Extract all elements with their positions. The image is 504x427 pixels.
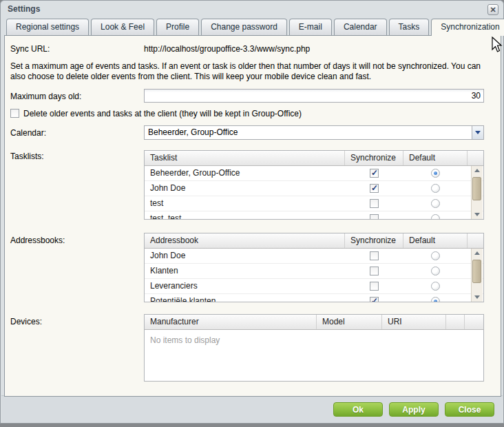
tasklist-name: Beheerder, Group-Office: [145, 166, 345, 180]
devices-grid-header: Manufacturer Model URI: [145, 315, 483, 330]
column-header-spacer: [465, 315, 483, 329]
ok-button[interactable]: Ok: [333, 402, 383, 417]
addressbooks-grid: Addressbook Synchronize Default John Doe…: [144, 233, 484, 302]
tab[interactable]: Tasks: [389, 19, 430, 35]
addressbook-row[interactable]: Potentiële klanten: [145, 294, 483, 302]
scrollbar-thumb[interactable]: [472, 260, 481, 283]
calendar-combobox[interactable]: Beheerder, Group-Office: [144, 125, 484, 140]
tasklist-row[interactable]: John Doe: [145, 181, 483, 196]
addressbooks-grid-header: Addressbook Synchronize Default: [145, 233, 483, 249]
devices-empty-text: No items to display: [150, 335, 220, 345]
column-header-spacer: [468, 233, 483, 248]
tasklist-row[interactable]: test_test: [145, 211, 483, 219]
scrollbar-thumb[interactable]: [472, 177, 481, 200]
column-header-uri[interactable]: URI: [382, 315, 446, 329]
addressbook-name: Potentiële klanten: [145, 294, 345, 302]
max-days-input[interactable]: [144, 89, 484, 103]
addressbook-row[interactable]: Klanten: [145, 264, 483, 279]
column-header-model[interactable]: Model: [317, 315, 382, 329]
column-header-tasklist[interactable]: Tasklist: [145, 151, 345, 165]
settings-tabbar: Regional settingsLook & FeelProfileChang…: [6, 19, 504, 36]
description-text: Set a maximum age of events and tasks. I…: [10, 61, 496, 82]
tasklists-grid-body: Beheerder, Group-Office John Doe test te…: [145, 166, 483, 219]
default-radio[interactable]: [431, 214, 440, 219]
close-button[interactable]: Close: [445, 402, 494, 417]
sync-url-label: Sync URL:: [10, 44, 50, 54]
synchronize-checkbox[interactable]: [370, 267, 379, 275]
column-header-default[interactable]: Default: [403, 151, 468, 165]
tab[interactable]: Profile: [156, 19, 199, 35]
default-radio[interactable]: [431, 267, 440, 275]
screen: { "window": { "title": "Settings" }, "ta…: [0, 0, 504, 427]
delete-older-label: Delete older events and tasks at the cli…: [23, 109, 302, 118]
devices-label: Devices:: [10, 317, 42, 326]
sync-url-value: http://localhost/groupoffice-3.3/www/syn…: [144, 44, 310, 54]
synchronize-checkbox[interactable]: [370, 297, 379, 302]
tasklist-name: test_test: [145, 211, 345, 219]
dialog-close-button[interactable]: [487, 4, 498, 15]
column-header-spacer: [446, 315, 465, 329]
apply-button[interactable]: Apply: [389, 402, 439, 417]
default-radio[interactable]: [431, 251, 440, 260]
scroll-down-icon[interactable]: [472, 292, 483, 302]
addressbook-name: Leveranciers: [145, 279, 345, 293]
tab[interactable]: Regional settings: [6, 19, 89, 35]
tab[interactable]: Synchronization: [431, 19, 504, 36]
column-header-addressbook[interactable]: Addressbook: [145, 233, 345, 248]
scroll-down-icon[interactable]: [472, 209, 483, 219]
max-days-label: Maximum days old:: [10, 92, 81, 101]
addressbooks-scrollbar[interactable]: [471, 249, 483, 302]
default-radio[interactable]: [431, 169, 440, 178]
addressbook-row[interactable]: Leveranciers: [145, 279, 483, 294]
column-header-spacer: [468, 151, 483, 165]
scroll-up-icon[interactable]: [472, 166, 483, 176]
tab[interactable]: Change password: [201, 19, 287, 35]
devices-grid: Manufacturer Model URI No items to displ…: [144, 314, 484, 382]
tasklist-name: test: [145, 196, 345, 211]
chevron-down-icon: [475, 131, 481, 134]
calendar-combobox-value: Beheerder, Group-Office: [148, 127, 238, 137]
synchronize-checkbox[interactable]: [370, 214, 379, 219]
dialog-footer: Ok Apply Close: [1, 395, 503, 422]
close-icon: [488, 5, 498, 14]
default-radio[interactable]: [431, 297, 440, 302]
addressbooks-label: Addressbooks:: [10, 236, 65, 245]
tasklist-row[interactable]: Beheerder, Group-Office: [145, 166, 483, 181]
column-header-synchronize[interactable]: Synchronize: [345, 151, 403, 165]
synchronize-checkbox[interactable]: [370, 251, 379, 260]
tab[interactable]: Calendar: [334, 19, 387, 35]
column-header-synchronize[interactable]: Synchronize: [345, 233, 403, 248]
calendar-label: Calendar:: [10, 128, 46, 138]
tasklist-name: John Doe: [145, 181, 345, 196]
default-radio[interactable]: [431, 199, 440, 208]
synchronize-checkbox[interactable]: [370, 169, 379, 178]
column-header-default[interactable]: Default: [403, 233, 468, 248]
scroll-up-icon[interactable]: [472, 249, 483, 258]
dialog-title: Settings: [8, 4, 40, 14]
synchronize-checkbox[interactable]: [370, 282, 379, 291]
addressbook-name: Klanten: [145, 264, 345, 278]
tasklists-grid-header: Tasklist Synchronize Default: [145, 151, 483, 166]
mouse-cursor-icon: [492, 37, 504, 54]
tasklists-grid: Tasklist Synchronize Default Beheerder, …: [144, 150, 484, 220]
tasklists-label: Tasklists:: [10, 152, 44, 161]
addressbook-name: John Doe: [145, 249, 345, 263]
tab[interactable]: E-mail: [289, 19, 332, 35]
tasklists-scrollbar[interactable]: [471, 166, 483, 219]
synchronize-checkbox[interactable]: [370, 199, 379, 208]
calendar-combobox-trigger[interactable]: [472, 126, 483, 139]
devices-grid-body: No items to display: [145, 330, 483, 381]
synchronize-checkbox[interactable]: [370, 184, 379, 193]
settings-dialog: Settings Regional settingsLook & FeelPro…: [0, 0, 504, 424]
delete-older-checkbox[interactable]: [10, 109, 19, 118]
tasklist-row[interactable]: test: [145, 196, 483, 211]
addressbook-row[interactable]: John Doe: [145, 249, 483, 264]
dialog-titlebar[interactable]: Settings: [1, 1, 503, 18]
synchronization-panel: Sync URL: http://localhost/groupoffice-3…: [4, 35, 501, 397]
default-radio[interactable]: [431, 184, 440, 193]
column-header-manufacturer[interactable]: Manufacturer: [145, 315, 317, 329]
tab[interactable]: Look & Feel: [91, 19, 154, 35]
default-radio[interactable]: [431, 282, 440, 291]
addressbooks-grid-body: John Doe Klanten Leveranciers Potentiële…: [145, 249, 483, 302]
